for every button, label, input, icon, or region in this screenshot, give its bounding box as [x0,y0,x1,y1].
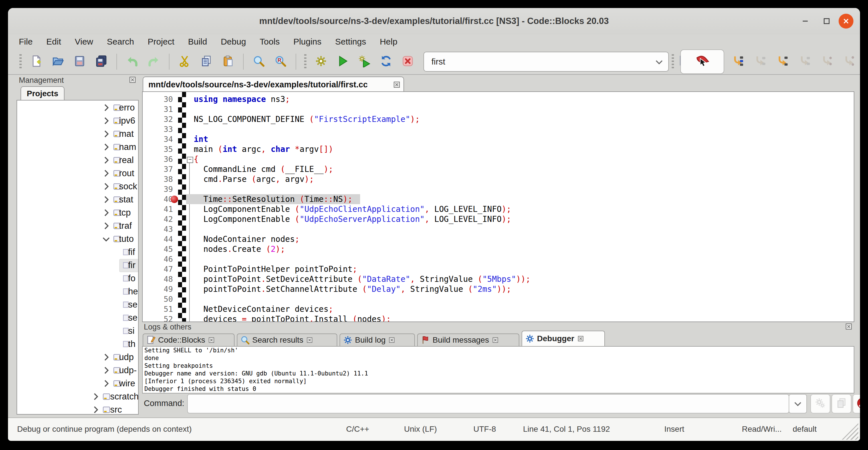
code-line-32[interactable]: 32NS_LOG_COMPONENT_DEFINE ("FirstScriptE… [143,114,854,124]
maximize-button[interactable] [819,14,834,29]
toolbar-button-cut[interactable] [176,52,193,72]
line-number[interactable]: 40 [143,194,173,204]
command-input[interactable] [187,394,789,414]
close-icon[interactable] [389,337,395,343]
tree-item-tuto[interactable]: tuto [17,233,138,245]
line-number[interactable]: 52 [143,314,173,322]
command-copy-button[interactable] [832,394,851,414]
line-number[interactable]: 31 [143,104,173,114]
toolbar-button-redo[interactable] [145,52,163,72]
code-line-45[interactable]: 45 nodes.Create (2); [143,244,854,254]
toolbar-button-build[interactable] [312,52,330,72]
line-number[interactable]: 44 [143,234,173,244]
code-line-49[interactable]: 49 pointToPoint.SetChannelAttribute ("De… [143,284,854,294]
toolbar-button-paste[interactable] [219,52,237,72]
toolbar-button-build-and-run[interactable] [355,52,373,72]
toolbar-button-save[interactable] [71,52,89,72]
tree-item-udp-[interactable]: udp- [17,364,138,377]
menu-view[interactable]: View [68,34,100,49]
toolbar-button-save-all[interactable] [92,52,110,72]
toolbar-button-new-file[interactable] [27,52,45,72]
code-line-51[interactable]: 51 NetDeviceContainer devices; [143,304,854,314]
line-number[interactable]: 50 [143,294,173,304]
code-line-46[interactable]: 46 [143,254,854,264]
code-line-39[interactable]: 39 [143,184,854,194]
menu-help[interactable]: Help [373,34,404,49]
toolbar-grip[interactable] [20,54,22,69]
chevron-right-icon[interactable] [101,206,111,219]
tree-item-stat[interactable]: stat [17,193,138,206]
log-tab-code-blocks[interactable]: Code::Blocks [143,333,235,346]
code-line-41[interactable]: 41 LogComponentEnable ("UdpEchoClientApp… [143,204,854,214]
breakpoint-icon[interactable] [170,196,178,203]
code-line-40[interactable]: 40 Time::SetResolution (Time::NS); [143,194,854,204]
toolbar-grip[interactable] [672,54,674,69]
chevron-right-icon[interactable] [91,403,100,415]
chevron-right-icon[interactable] [101,114,111,127]
management-close-icon[interactable] [129,76,136,84]
log-tab-debugger[interactable]: Debugger [522,331,605,346]
debugger-log[interactable]: Setting SHELL to '/bin/sh'doneSetting br… [142,346,854,393]
tree-item-scratch[interactable]: scratch [17,390,138,403]
code-line-34[interactable]: 34int [143,134,854,144]
line-number[interactable]: 34 [143,134,173,144]
line-number[interactable]: 41 [143,204,173,214]
toolbar-button-undo[interactable] [123,52,141,72]
command-stop-button[interactable] [852,394,860,414]
tree-item-ipv6[interactable]: ipv6 [17,114,138,127]
line-number[interactable]: 33 [143,124,173,134]
tree-item-mat[interactable]: mat [17,127,138,141]
toolbar-button-find[interactable] [250,52,268,72]
code-line-31[interactable]: 31 [143,104,854,114]
toolbar-button-replace[interactable]: R [272,52,289,72]
log-tab-build-messages[interactable]: Build messages [417,333,519,346]
menu-project[interactable]: Project [141,34,181,49]
minimize-button[interactable] [798,14,813,29]
toolbar-button-abort[interactable] [399,52,416,72]
menu-file[interactable]: File [12,34,39,49]
chevron-right-icon[interactable] [101,193,111,206]
code-line-33[interactable]: 33 [143,124,854,134]
chevron-right-icon[interactable] [101,377,111,390]
tree-item-src[interactable]: src [17,403,138,415]
titlebar[interactable]: mnt/dev/tools/source/ns-3-dev/examples/t… [8,8,860,34]
code-line-47[interactable]: 47 PointToPointHelper pointToPoint; [143,264,854,274]
chevron-down-icon[interactable] [101,233,111,245]
chevron-right-icon[interactable] [101,364,111,377]
toolbar-button-copy[interactable] [197,52,215,72]
tree-item-tcp[interactable]: tcp [17,206,138,219]
code-line-44[interactable]: 44 NodeContainer nodes; [143,234,854,244]
chevron-down-icon[interactable] [654,55,668,68]
editor-tab-first-cc[interactable]: mnt/dev/tools/source/ns-3-dev/examples/t… [143,77,404,92]
tree-item-nam[interactable]: nam [17,141,138,154]
toolbar-grip[interactable] [304,54,306,69]
command-settings-button[interactable] [810,394,830,414]
chevron-right-icon[interactable] [101,219,111,233]
code-line-36[interactable]: 36−{ [143,154,854,164]
chevron-right-icon[interactable] [101,141,111,154]
log-tab-search-results[interactable]: Search results [237,333,337,346]
tree-item-fif[interactable]: fif [17,245,138,259]
editor-tab-close-icon[interactable] [393,81,403,89]
code-line-48[interactable]: 48 pointToPoint.SetDeviceAttribute ("Dat… [143,274,854,284]
toolbar-button-open-file[interactable] [49,52,67,72]
chevron-right-icon[interactable] [101,180,111,193]
line-number[interactable]: 38 [143,174,173,184]
code-line-35[interactable]: 35main (int argc, char *argv[]) [143,144,854,154]
line-number[interactable]: 48 [143,274,173,284]
close-icon[interactable] [492,337,499,343]
menu-build[interactable]: Build [181,34,214,49]
tree-item-se[interactable]: se [17,298,138,311]
line-number[interactable]: 35 [143,144,173,154]
fold-toggle-icon[interactable]: − [187,157,193,163]
chevron-right-icon[interactable] [101,167,111,180]
menu-edit[interactable]: Edit [39,34,68,49]
toolbar-button-next-line[interactable] [751,52,769,72]
line-number[interactable]: 37 [143,164,173,174]
line-number[interactable]: 39 [143,184,173,194]
line-number[interactable]: 42 [143,214,173,224]
line-number[interactable]: 43 [143,224,173,234]
toolbar-button-step-out[interactable] [796,52,813,72]
code-line-38[interactable]: 38 cmd.Parse (argc, argv); [143,174,854,184]
line-number[interactable]: 49 [143,284,173,294]
